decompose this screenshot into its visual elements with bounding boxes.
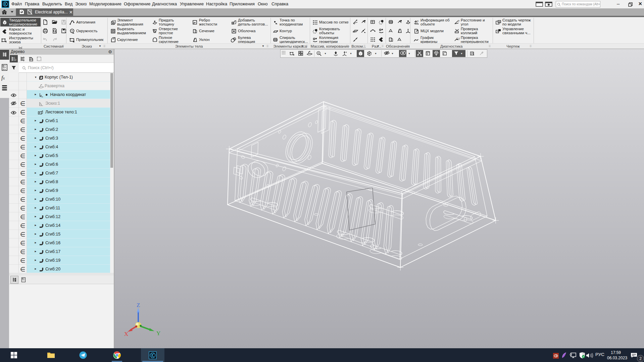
svg-text:Y: Y (156, 330, 160, 337)
svg-text:12: 12 (14, 59, 16, 61)
svg-text:G?: G? (456, 37, 460, 41)
svg-text:?: ? (417, 20, 418, 23)
svg-text:?: ? (458, 19, 459, 23)
svg-text:Z: Z (137, 302, 140, 308)
svg-text:X: X (124, 331, 128, 337)
